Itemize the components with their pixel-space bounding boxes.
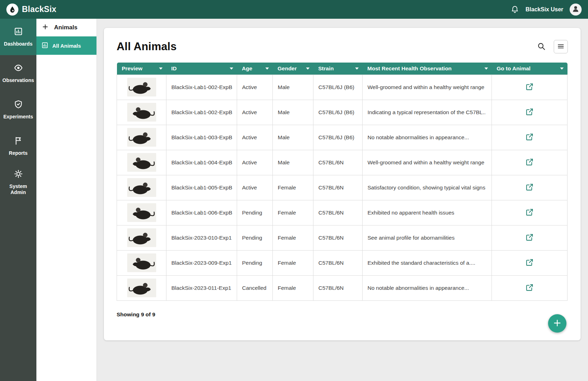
open-in-new-icon: [525, 208, 534, 218]
preview-cell: [117, 225, 166, 250]
account-button[interactable]: [570, 4, 582, 16]
animal-id: BlackSix-2023-011-Exp1: [166, 275, 237, 300]
row-count: Showing 9 of 9: [117, 311, 568, 318]
sidebar-item-label: Dashboards: [4, 41, 33, 47]
open-in-new-icon: [525, 82, 534, 92]
droplet-icon: [8, 6, 16, 13]
health-observation: Well-groomed and within a healthy weight…: [363, 75, 492, 100]
column-header-gender[interactable]: Gender: [273, 63, 313, 75]
sidebar-item-observations[interactable]: Observations: [0, 55, 36, 92]
mouse-photo: [127, 279, 156, 297]
topbar-right: BlackSix User: [511, 4, 582, 16]
gear-icon: [14, 169, 23, 180]
animals-table-body: BlackSix-Lab1-002-ExpB Active Male C57BL…: [117, 75, 568, 300]
chevron-down-icon: [265, 68, 269, 70]
open-animal-button[interactable]: [525, 133, 534, 142]
mouse-silhouette-icon: [127, 178, 156, 197]
health-observation: No notable abnormalities in appearance..…: [363, 125, 492, 150]
card-header: All Animals: [117, 40, 568, 53]
animals-table-wrap: Preview ID Age Gender Strain Most Recent…: [117, 63, 568, 301]
open-in-new-icon: [525, 183, 534, 193]
brand[interactable]: BlackSix: [6, 4, 57, 16]
search-button[interactable]: [535, 40, 548, 53]
mouse-silhouette-icon: [127, 128, 156, 147]
preview-cell: [117, 175, 166, 200]
mouse-photo: [127, 128, 156, 147]
animals-section-label: Animals: [54, 24, 77, 31]
open-animal-button[interactable]: [525, 107, 534, 117]
table-row: BlackSix-Lab1-006-ExpB Pending Female C5…: [117, 200, 568, 225]
table-row: BlackSix-2023-010-Exp1 Pending Female C5…: [117, 225, 568, 250]
plus-icon: [42, 24, 48, 32]
open-animal-button[interactable]: [525, 183, 534, 193]
mouse-silhouette-icon: [127, 103, 156, 122]
open-animal-button[interactable]: [525, 258, 534, 268]
go-to-animal-cell: [492, 150, 568, 175]
open-animal-button[interactable]: [525, 208, 534, 218]
health-observation: Indicating a typical representation of t…: [363, 100, 492, 125]
sidebar-item-dashboards[interactable]: Dashboards: [0, 19, 36, 55]
column-header-observation[interactable]: Most Recent Health Observation: [363, 63, 492, 75]
column-header-strain[interactable]: Strain: [313, 63, 363, 75]
open-animal-button[interactable]: [525, 283, 534, 293]
animal-age: Pending: [237, 250, 273, 275]
go-to-animal-cell: [492, 125, 568, 150]
blacksix-logo-icon: [6, 4, 18, 16]
table-row: BlackSix-2023-011-Exp1 Cancelled Female …: [117, 275, 568, 300]
animal-id: BlackSix-Lab1-005-ExpB: [166, 175, 237, 200]
animal-gender: Male: [273, 150, 313, 175]
animal-gender: Male: [273, 125, 313, 150]
mouse-silhouette-icon: [127, 279, 156, 297]
health-observation: See animal profile for abornamilities: [363, 225, 492, 250]
animals-section-header[interactable]: Animals: [36, 19, 96, 36]
notifications-button[interactable]: [511, 5, 519, 14]
animal-age: Active: [237, 75, 273, 100]
health-observation: Exhibited no apparent health issues: [363, 200, 492, 225]
animal-id: BlackSix-Lab1-002-ExpB: [166, 100, 237, 125]
animal-gender: Male: [273, 75, 313, 100]
animal-strain: C57BL/6J (B6): [313, 125, 363, 150]
preview-cell: [117, 100, 166, 125]
animal-strain: C57BL/6N: [313, 250, 363, 275]
animal-strain: C57BL/6N: [313, 200, 363, 225]
mouse-silhouette-icon: [127, 203, 156, 222]
search-icon: [537, 42, 546, 52]
open-in-new-icon: [525, 233, 534, 243]
column-header-go-to-animal[interactable]: Go to Animal: [492, 63, 568, 75]
sidebar-item-system-admin[interactable]: System Admin: [0, 164, 36, 201]
flag-icon: [14, 136, 23, 147]
mouse-photo: [127, 78, 156, 96]
table-row: BlackSix-2023-009-Exp1 Pending Female C5…: [117, 250, 568, 275]
animal-gender: Female: [273, 275, 313, 300]
go-to-animal-cell: [492, 250, 568, 275]
open-animal-button[interactable]: [525, 82, 534, 92]
mouse-photo: [127, 228, 156, 247]
table-menu-button[interactable]: [554, 40, 568, 53]
table-row: BlackSix-Lab1-004-ExpB Active Male C57BL…: [117, 150, 568, 175]
open-animal-button[interactable]: [525, 158, 534, 168]
sidebar-item-label: Experiments: [3, 114, 33, 120]
go-to-animal-cell: [492, 275, 568, 300]
animal-id: BlackSix-Lab1-003-ExpB: [166, 125, 237, 150]
mouse-silhouette-icon: [127, 153, 156, 172]
user-name: BlackSix User: [525, 6, 563, 13]
mouse-photo: [127, 203, 156, 222]
column-header-age[interactable]: Age: [237, 63, 273, 75]
mouse-silhouette-icon: [127, 253, 156, 272]
page-title: All Animals: [117, 40, 177, 53]
chevron-down-icon: [159, 68, 163, 70]
animal-strain: C57BL/6N: [313, 275, 363, 300]
preview-cell: [117, 275, 166, 300]
sidebar-item-reports[interactable]: Reports: [0, 128, 36, 164]
preview-cell: [117, 250, 166, 275]
health-observation: Well-groomed and within a healthy weight…: [363, 150, 492, 175]
open-animal-button[interactable]: [525, 233, 534, 243]
add-animal-button[interactable]: [548, 314, 566, 333]
chevron-down-icon: [355, 68, 359, 70]
column-header-preview[interactable]: Preview: [117, 63, 166, 75]
open-in-new-icon: [525, 133, 534, 142]
subnav-item-all-animals[interactable]: All Animals: [36, 36, 96, 55]
column-header-id[interactable]: ID: [166, 63, 237, 75]
shield-icon: [14, 100, 23, 111]
sidebar-item-experiments[interactable]: Experiments: [0, 92, 36, 128]
